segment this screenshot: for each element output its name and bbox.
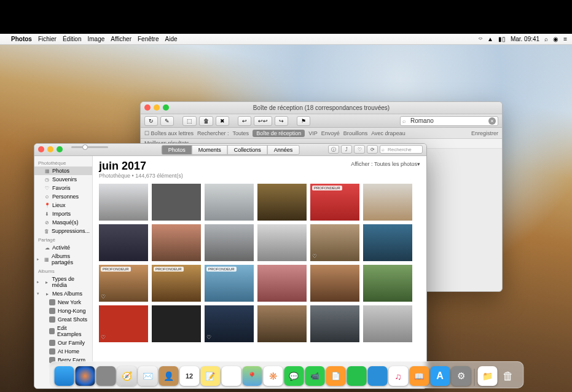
tab-years[interactable]: Années [267,145,300,155]
zoom-slider[interactable] [71,146,108,148]
sidebar-item-souvenirs[interactable]: ◷Souvenirs [34,175,92,184]
dock-notes-icon[interactable] [200,366,220,386]
window-controls[interactable] [144,104,169,111]
sidebar-item-albumspartags[interactable]: ▸▦Albums partagés [34,252,92,267]
menu-file[interactable]: Fichier [38,36,57,42]
photo-thumbnail[interactable] [363,305,412,342]
album-hongkong[interactable]: Hong-Kong [34,307,92,315]
dock-itunes-icon[interactable] [388,366,408,386]
photo-thumbnail[interactable] [99,184,148,221]
scope-vip[interactable]: VIP [308,130,318,136]
close-button[interactable] [144,104,151,111]
photo-thumbnail[interactable] [310,305,359,342]
archive-button[interactable]: ⬚ [182,116,197,126]
dock-safari-icon[interactable] [117,366,136,386]
menu-help[interactable]: Aide [165,36,177,42]
dock-downloads-icon[interactable] [477,366,497,386]
dock-ibooks-icon[interactable] [409,366,429,386]
dock-sysprefs-icon[interactable] [451,366,471,386]
dock-facetime-icon[interactable] [305,366,324,386]
compose-button[interactable]: ✎ [160,116,174,126]
photo-thumbnail[interactable] [363,184,412,221]
scope-drafts[interactable]: Brouillons [343,130,368,136]
sidebar-item-activit[interactable]: ☁Activité [34,243,92,252]
photo-thumbnail[interactable] [205,224,254,261]
photo-thumbnail[interactable] [310,265,359,302]
zoom-button[interactable] [163,104,169,111]
photo-thumbnail[interactable]: PROFONDEUR [205,265,254,302]
dock-appstore-icon[interactable] [430,366,450,386]
window-controls[interactable] [38,146,63,152]
display-filter[interactable]: Afficher : Toutes les photos▾ [351,161,420,167]
dock-trash-icon[interactable] [498,366,518,386]
photo-thumbnail[interactable]: PROFONDEUR♡ [99,265,148,302]
zoom-knob[interactable] [82,144,88,150]
tab-moments[interactable]: Moments [192,145,228,155]
dock-messages-icon[interactable] [284,366,304,386]
photo-thumbnail[interactable]: PROFONDEUR [310,184,359,221]
sidebar-item-suppressions[interactable]: 🗑Suppressions... [34,227,92,235]
scope-inbox[interactable]: Boîte de réception [253,130,305,137]
wifi-icon[interactable]: ⌔ [479,36,482,42]
sidebar-item-masqus[interactable]: ⊘Masqué(s) [34,218,92,227]
sidebar-item-favoris[interactable]: ♡Favoris [34,184,92,192]
battery-icon[interactable]: ▮▯ [498,36,506,42]
menu-image[interactable]: Image [87,36,104,42]
clock[interactable]: Mar. 09:41 [511,36,539,42]
photo-thumbnail[interactable]: ♡ [205,305,254,342]
sidebar-item-photos[interactable]: ▦Photos [34,167,92,175]
photo-thumbnail[interactable] [257,265,307,302]
junk-button[interactable]: ✖ [216,116,229,126]
photo-thumbnail[interactable] [257,184,307,221]
close-button[interactable] [38,146,44,152]
info-button[interactable]: ⓘ [328,145,339,154]
photos-search-field[interactable]: Recherche [380,145,423,154]
photos-titlebar[interactable]: Photos Moments Collections Années ⓘ ⤴ ♡ … [34,144,426,156]
album-greatshots[interactable]: Great Shots [34,315,92,324]
rotate-button[interactable]: ⟳ [367,145,378,154]
scope-sent[interactable]: Envoyé [321,130,340,136]
dock-launchpad-icon[interactable] [96,366,116,386]
spotlight-icon[interactable]: ⌕ [544,36,548,42]
favorite-button[interactable]: ♡ [354,145,365,154]
album-athome[interactable]: At Home [34,347,92,356]
photo-thumbnail[interactable]: ♡ [99,305,148,342]
save-search-button[interactable]: Enregistrer [471,130,498,136]
get-mail-button[interactable]: ↻ [144,116,158,126]
reply-button[interactable]: ↩ [238,116,251,126]
photo-thumbnail[interactable]: ♡ [310,224,359,261]
photo-grid[interactable]: PROFONDEUR♡PROFONDEUR♡PROFONDEURPROFONDE… [93,180,426,388]
photo-thumbnail[interactable] [99,224,148,261]
siri-icon[interactable]: ◉ [553,36,558,42]
sidebar-item-personnes[interactable]: ☺Personnes [34,192,92,201]
disclosure-icon[interactable]: ▸ [37,257,39,262]
share-button[interactable]: ⤴ [341,145,352,154]
dock-pages-icon[interactable] [326,366,345,386]
dock-calendar-icon[interactable] [179,366,199,386]
photo-thumbnail[interactable] [363,224,412,261]
album-newyork[interactable]: New York [34,298,92,307]
photo-thumbnail[interactable]: PROFONDEUR [152,265,201,302]
menu-view[interactable]: Afficher [111,36,131,42]
album-ourfamily[interactable]: Our Family [34,339,92,347]
album-editexamples[interactable]: Edit Examples [34,324,92,339]
airplay-icon[interactable]: ▲ [487,36,493,42]
sidebar-item-lieux[interactable]: 📍Lieux [34,201,92,210]
scope-all[interactable]: Toutes [233,130,249,136]
dock-numbers-icon[interactable] [347,366,366,386]
tab-collections[interactable]: Collections [227,145,268,155]
delete-button[interactable]: 🗑 [199,116,213,126]
mail-titlebar[interactable]: Boîte de réception (18 correspondances t… [141,102,502,114]
app-menu[interactable]: Photos [11,36,32,42]
menu-window[interactable]: Fenêtre [138,36,159,42]
minimize-button[interactable] [154,104,160,111]
dock-photos-icon[interactable] [263,366,283,386]
photo-thumbnail[interactable] [152,305,201,342]
photo-thumbnail[interactable] [363,265,412,302]
sidebar-item-mesalbums[interactable]: ▾▸Mes Albums [34,289,92,298]
mail-search-field[interactable]: ⌕ Romano × [400,116,498,126]
dock-reminders-icon[interactable] [221,366,241,386]
photo-thumbnail[interactable] [152,224,201,261]
flag-button[interactable]: ⚑ [297,116,310,126]
disclosure-icon[interactable]: ▸ [37,280,39,284]
